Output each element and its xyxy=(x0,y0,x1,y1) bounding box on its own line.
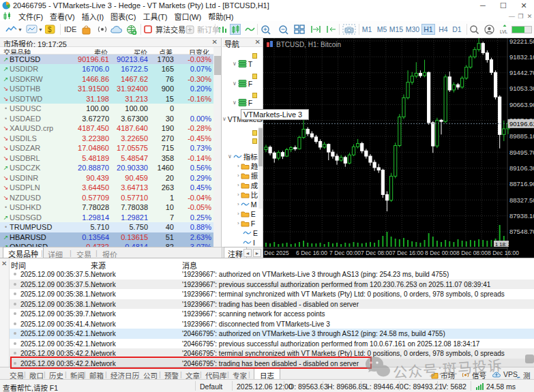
journal-row[interactable]: 2025.12.09 00:35:42.1...Network'20466795… xyxy=(10,329,534,339)
journal-row[interactable]: 2025.12.09 00:35:37.5...Network'19239667… xyxy=(10,269,534,280)
timeframe-m5[interactable]: M5 xyxy=(375,24,389,35)
chevron-right-icon[interactable]: › xyxy=(237,182,239,188)
symbol-row[interactable]: ↘USDTWD31.19831.21315-0.16% xyxy=(0,94,213,104)
timeframe-m30[interactable]: M30 xyxy=(404,24,421,35)
chevron-down-icon[interactable]: ∨ xyxy=(233,61,237,67)
tab-scroll-right-icon[interactable]: ► xyxy=(253,249,261,257)
symbol-row[interactable]: ↗USDSGD1.298141.2982170.25% xyxy=(0,213,213,223)
shift-end-button[interactable] xyxy=(310,23,321,35)
timeframe-h1[interactable]: H1 xyxy=(421,24,435,35)
menu-item-1[interactable]: 查看(V) xyxy=(47,11,78,22)
journal-row[interactable]: 2025.12.09 00:35:38.1...Network'19239667… xyxy=(10,289,534,299)
timeframe-m15[interactable]: M15 xyxy=(387,24,405,35)
search-icon[interactable] xyxy=(469,23,479,35)
candlestick-chart-button[interactable] xyxy=(230,23,241,35)
symbol-row[interactable]: ↘USDTHB31.9150031.924009000.20% xyxy=(0,84,213,94)
navigator-item[interactable]: ∨F xyxy=(222,79,263,88)
indicators-button[interactable]: ▼ xyxy=(26,23,43,35)
chevron-right-icon[interactable]: › xyxy=(237,163,239,169)
symbol-row[interactable]: ↗USDIDR16706.016722.51650.07% xyxy=(0,64,213,74)
tile-windows-button[interactable] xyxy=(294,23,305,35)
market-watch-close-icon[interactable]: ✕ xyxy=(212,38,218,46)
journal-row[interactable]: 2025.12.09 00:35:41.4...Network'19239667… xyxy=(10,319,534,329)
zoom-in-button[interactable] xyxy=(261,23,271,35)
account-icon[interactable] xyxy=(484,23,494,35)
profile-charts-button[interactable]: ▼ xyxy=(5,23,23,35)
symbol-row[interactable]: •TRUMPUSD5.7105.750400.88% xyxy=(0,222,213,232)
menu-item-6[interactable]: 帮助(H) xyxy=(205,11,236,22)
symbol-row[interactable]: ↘USDILS3.223803.22650270-0.45% xyxy=(0,134,213,144)
journal-row[interactable]: 2025.12.09 00:35:39.7...Network'19239667… xyxy=(10,309,534,319)
chevron-right-icon[interactable]: › xyxy=(237,172,239,179)
menu-item-4[interactable]: 工具(T) xyxy=(140,11,170,22)
chart-area[interactable]: 92221.5091832.1091442.7091053.3090663.90… xyxy=(263,38,534,258)
menu-item-2[interactable]: 插入(I) xyxy=(79,11,106,22)
symbol-row[interactable]: ↗BTCUSD90196.6190213.641703-0.03% xyxy=(0,55,213,65)
market-watch-scrollbar[interactable] xyxy=(213,47,222,247)
symbol-row[interactable]: •USDUSC100.00100.000 xyxy=(0,104,213,114)
journal-row[interactable]: 2025.12.09 00:35:38.1...Network'19239667… xyxy=(10,299,534,310)
navigator-item[interactable]: ∨T xyxy=(222,59,263,68)
symbol-row[interactable]: ↗USDKRW1466.861467.6276-0.30% xyxy=(0,74,213,85)
chevron-down-icon[interactable]: ∨ xyxy=(222,116,226,122)
child-close-button[interactable]: ✕ xyxy=(525,13,534,20)
chevron-right-icon[interactable]: › xyxy=(237,201,239,207)
currency-button[interactable]: $ xyxy=(45,23,55,35)
timeframe-h4[interactable]: H4 xyxy=(436,24,450,35)
chevron-down-icon[interactable]: ∨ xyxy=(228,153,232,160)
child-minimize-button[interactable]: — xyxy=(507,13,516,20)
codebase-button[interactable] xyxy=(126,23,137,35)
symbol-row[interactable]: ↘NZDUSD0.577090.577101-0.04% xyxy=(0,193,213,203)
navigator-item[interactable]: ›振 xyxy=(222,171,263,180)
navigator-scrollbar[interactable] xyxy=(258,127,263,209)
journal-row[interactable]: 2025.12.09 00:35:42.1...Network'20466795… xyxy=(10,339,534,349)
algo-trading-button[interactable]: 算法交易 xyxy=(144,23,186,35)
line-chart-button[interactable] xyxy=(245,23,256,35)
symbol-row[interactable]: ↘USDBRL5.481895.48547358-0.14% xyxy=(0,153,213,164)
bar-chart-button[interactable] xyxy=(218,23,228,35)
navigator-item[interactable]: ›E xyxy=(222,209,263,218)
chevron-down-icon[interactable]: ∨ xyxy=(233,100,237,106)
navigator-item[interactable]: E xyxy=(222,228,263,237)
chevron-right-icon[interactable]: › xyxy=(237,192,239,198)
minimize-button[interactable]: ─ xyxy=(473,1,493,11)
symbol-row[interactable]: ↘USDPLN3.644503.647132630.45% xyxy=(0,183,213,193)
ide-button[interactable]: IDE xyxy=(64,23,76,35)
maximize-button[interactable]: ☐ xyxy=(493,1,514,11)
chevron-down-icon[interactable]: ∨ xyxy=(233,80,237,87)
symbol-row[interactable]: ↘XAUUSD.crp4187.4504187.640190-0.28% xyxy=(0,123,213,134)
child-restore-button[interactable]: ❐ xyxy=(516,13,525,20)
market-button[interactable] xyxy=(81,23,91,35)
screenshot-button[interactable] xyxy=(342,23,356,35)
tab-scroll-left-icon[interactable]: ◄ xyxy=(243,249,252,257)
symbol-row[interactable]: ↗ONDOUSD0.47320.4814823.07% xyxy=(0,242,213,247)
menu-item-5[interactable]: 窗口(W) xyxy=(171,11,204,22)
timeframe-m1[interactable]: M1 xyxy=(360,24,374,35)
symbol-row[interactable]: •USDAED3.672703.67300300.00% xyxy=(0,114,213,124)
menu-item-3[interactable]: 图表(C) xyxy=(108,11,138,22)
toolbox-panel-vps[interactable]: VPS xyxy=(492,370,518,378)
auto-scroll-button[interactable] xyxy=(326,23,337,35)
navigator-item[interactable]: ›趋 xyxy=(222,162,263,170)
symbol-row[interactable]: •USDHKD7.780287.7803810-0.05% xyxy=(0,202,213,213)
navigator-item[interactable]: ›F xyxy=(222,219,263,228)
journal-close-icon[interactable]: ✕ xyxy=(1,260,7,267)
symbol-row[interactable]: ↗HBARUSD0.135640.13615512.63% xyxy=(0,232,213,243)
vps-button[interactable] xyxy=(110,23,123,35)
signals-button[interactable] xyxy=(97,23,108,35)
navigator-item[interactable]: ›成 xyxy=(222,181,263,190)
zoom-out-button[interactable] xyxy=(278,23,289,35)
close-button[interactable]: ✕ xyxy=(514,1,534,11)
navigator-item[interactable]: ∨指标 xyxy=(222,152,263,161)
navigator-item[interactable]: ∨F xyxy=(222,98,263,107)
timeframe-d1[interactable]: D1 xyxy=(450,24,464,35)
menu-item-0[interactable]: 文件(F) xyxy=(16,11,46,22)
journal-row[interactable]: 2025.12.09 00:35:37.5...Network'19239667… xyxy=(10,280,534,290)
navigator-item[interactable]: ›M xyxy=(222,200,263,209)
navigator-item[interactable]: I xyxy=(222,238,263,247)
navigator-close-icon[interactable]: ✕ xyxy=(255,38,261,46)
navigator-item[interactable] xyxy=(222,136,263,145)
symbol-row[interactable]: ↘USDINR90.43990.459200.29% xyxy=(0,173,213,183)
chevron-right-icon[interactable]: › xyxy=(237,211,239,217)
chevron-right-icon[interactable]: › xyxy=(237,220,239,226)
